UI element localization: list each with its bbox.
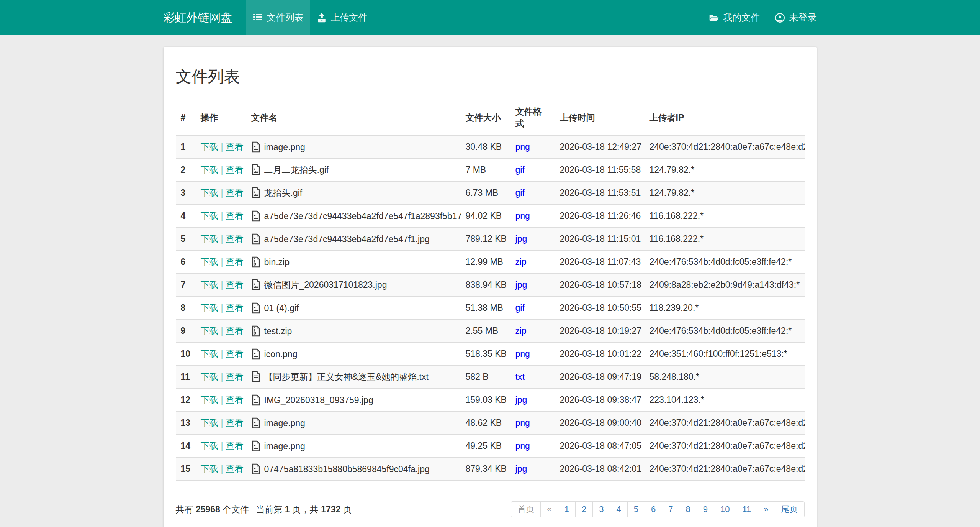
nav-item-file-list[interactable]: 文件列表 (246, 0, 310, 35)
download-link[interactable]: 下载 (201, 188, 218, 198)
view-link[interactable]: 查看 (226, 395, 243, 405)
file-format-link[interactable]: png (515, 441, 530, 451)
view-link[interactable]: 查看 (226, 211, 243, 221)
file-format-link[interactable]: png (515, 349, 530, 359)
file-name: test.zip (264, 326, 292, 336)
download-link[interactable]: 下载 (201, 395, 218, 405)
file-size: 51.38 MB (461, 297, 510, 320)
file-zip-icon (251, 325, 261, 337)
table-row: 9 下载|查看 test.zip 2.55 MB zip 2026-03-18 … (176, 320, 805, 343)
file-format-link[interactable]: gif (515, 188, 525, 198)
view-link[interactable]: 查看 (226, 257, 243, 267)
download-link[interactable]: 下载 (201, 326, 218, 336)
upload-time: 2026-03-18 09:38:47 (555, 389, 645, 412)
view-link[interactable]: 查看 (226, 418, 243, 428)
view-link[interactable]: 查看 (226, 326, 243, 336)
view-link[interactable]: 查看 (226, 280, 243, 290)
uploader-ip: 2409:8a28:eb2:e2b0:9d49:a143:df43:* (645, 274, 805, 297)
file-name: a75de73e73d7c94433eb4a2fd7e547f1a2893f5b… (264, 211, 461, 221)
file-format-link[interactable]: png (515, 211, 530, 221)
file-name: icon.png (264, 349, 298, 359)
header-number: # (176, 100, 196, 135)
pagination-button[interactable]: « (540, 501, 558, 517)
view-link[interactable]: 查看 (226, 349, 243, 359)
nav-item-login-status[interactable]: 未登录 (767, 0, 817, 35)
upload-time: 2026-03-18 10:19:27 (555, 320, 645, 343)
action-separator: | (221, 165, 223, 175)
view-link[interactable]: 查看 (226, 464, 243, 474)
file-format-link[interactable]: gif (515, 165, 525, 175)
view-link[interactable]: 查看 (226, 303, 243, 313)
file-format-link[interactable]: zip (515, 326, 527, 336)
file-format-link[interactable]: jpg (515, 395, 527, 405)
file-format-link[interactable]: png (515, 142, 530, 152)
pagination-button[interactable]: 11 (736, 501, 757, 517)
pagination-button[interactable]: 3 (592, 501, 610, 517)
action-separator: | (221, 188, 223, 198)
file-format-link[interactable]: jpg (515, 280, 527, 290)
download-link[interactable]: 下载 (201, 234, 218, 244)
view-link[interactable]: 查看 (226, 188, 243, 198)
download-link[interactable]: 下载 (201, 257, 218, 267)
pagination-button[interactable]: 首页 (511, 501, 541, 517)
pagination-button[interactable]: 4 (610, 501, 627, 517)
download-link[interactable]: 下载 (201, 211, 218, 221)
brand-link[interactable]: 彩虹外链网盘 (164, 0, 246, 35)
action-separator: | (221, 372, 223, 382)
pagination-button[interactable]: 尾页 (775, 501, 805, 517)
table-header-row: # 操作 文件名 文件大小 文件格式 上传时间 上传者IP (176, 100, 805, 135)
file-name: 07475a81833b15880b5869845f9c04fa.jpg (264, 464, 430, 474)
pagination-button[interactable]: » (757, 501, 775, 517)
pagination-button[interactable]: 2 (575, 501, 593, 517)
uploader-ip: 240e:370:4d21:2840:a0e7:a67c:e48e:d2f* (645, 412, 805, 435)
uploader-ip: 240e:351:460:f100:ff0f:1251:e513:* (645, 343, 805, 366)
download-link[interactable]: 下载 (201, 142, 218, 152)
view-link[interactable]: 查看 (226, 165, 243, 175)
view-link[interactable]: 查看 (226, 142, 243, 152)
file-format-link[interactable]: png (515, 418, 530, 428)
row-number: 6 (176, 251, 196, 274)
nav-item-my-files[interactable]: 我的文件 (702, 0, 767, 35)
upload-time: 2026-03-18 09:47:19 (555, 366, 645, 389)
nav-item-upload[interactable]: 上传文件 (310, 0, 374, 35)
view-link[interactable]: 查看 (226, 234, 243, 244)
folder-open-icon (709, 13, 719, 23)
download-link[interactable]: 下载 (201, 349, 218, 359)
list-icon (253, 13, 263, 23)
file-format-link[interactable]: jpg (515, 464, 527, 474)
nav-item-label: 文件列表 (267, 11, 304, 24)
header-actions: 操作 (196, 100, 246, 135)
file-format-link[interactable]: txt (515, 372, 525, 382)
download-link[interactable]: 下载 (201, 165, 218, 175)
download-link[interactable]: 下载 (201, 372, 218, 382)
file-format-link[interactable]: zip (515, 257, 527, 267)
pagination-button[interactable]: 5 (627, 501, 645, 517)
pagination-button[interactable]: 7 (662, 501, 679, 517)
pagination-button[interactable]: 6 (645, 501, 662, 517)
pagination-button[interactable]: 10 (714, 501, 736, 517)
download-link[interactable]: 下载 (201, 441, 218, 451)
download-link[interactable]: 下载 (201, 418, 218, 428)
pagination-button[interactable]: 1 (558, 501, 576, 517)
file-size: 48.62 KB (461, 412, 510, 435)
pagination-button[interactable]: 9 (697, 501, 714, 517)
header-uploader-ip: 上传者IP (645, 100, 805, 135)
file-name: bin.zip (264, 257, 290, 267)
file-format-link[interactable]: gif (515, 303, 525, 313)
uploader-ip: 116.168.222.* (645, 228, 805, 251)
table-row: 15 下载|查看 07475a81833b15880b5869845f9c04f… (176, 458, 805, 481)
file-size: 49.25 KB (461, 435, 510, 458)
view-link[interactable]: 查看 (226, 441, 243, 451)
download-link[interactable]: 下载 (201, 280, 218, 290)
nav-right: 我的文件 未登录 (702, 0, 817, 35)
view-link[interactable]: 查看 (226, 372, 243, 382)
table-row: 10 下载|查看 icon.png 518.35 KB png 2026-03-… (176, 343, 805, 366)
file-name: IMG_20260318_093759.jpg (264, 395, 373, 405)
download-link[interactable]: 下载 (201, 303, 218, 313)
uploader-ip: 240e:476:534b:4d0d:fc05:e3ff:fe42:* (645, 320, 805, 343)
pagination-button[interactable]: 8 (679, 501, 697, 517)
row-number: 5 (176, 228, 196, 251)
table-row: 1 下载|查看 image.png 30.48 KB png 2026-03-1… (176, 135, 805, 159)
download-link[interactable]: 下载 (201, 464, 218, 474)
file-format-link[interactable]: jpg (515, 234, 527, 244)
